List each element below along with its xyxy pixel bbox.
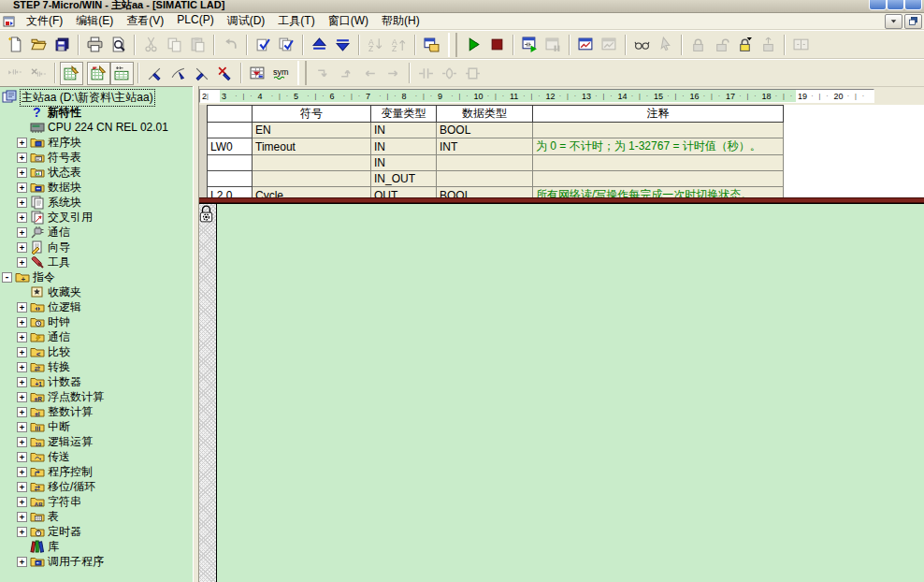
- address-table-button[interactable]: [246, 62, 269, 85]
- symbol-cell[interactable]: EN: [253, 123, 371, 138]
- vtype-cell[interactable]: IN: [371, 123, 437, 138]
- expand-plus-box[interactable]: +: [17, 482, 27, 492]
- expand-plus-box[interactable]: +: [17, 407, 27, 417]
- toggle-symbol-addressing-button[interactable]: [110, 62, 134, 85]
- tree-item-label[interactable]: 中断: [48, 419, 70, 435]
- symbol-cell[interactable]: [253, 155, 371, 171]
- symbol-cell[interactable]: [253, 171, 371, 187]
- tree-item-label[interactable]: 新特性: [48, 105, 81, 121]
- chart-status-button[interactable]: [574, 33, 598, 56]
- expand-plus-box[interactable]: +: [17, 153, 27, 163]
- menu-item-4[interactable]: 调试(D): [221, 12, 272, 30]
- expand-plus-box[interactable]: +: [17, 437, 27, 447]
- expand-plus-box[interactable]: +: [17, 138, 27, 148]
- tree-item[interactable]: +工具: [0, 255, 193, 269]
- comment-cell[interactable]: 为 0 = 不计时；为 1-32767 = 计时值（秒）。: [533, 138, 784, 155]
- tree-item-label[interactable]: 状态表: [48, 165, 81, 181]
- tree-item-label[interactable]: 向导: [48, 240, 70, 255]
- tree-item[interactable]: +交叉引用: [0, 210, 193, 225]
- tree-item-label[interactable]: 交叉引用: [48, 210, 93, 226]
- tree-item[interactable]: +数据块: [0, 180, 193, 195]
- comment-cell[interactable]: 所有网络读/写操作每完成一次时切换状态。: [533, 187, 784, 198]
- expand-plus-box[interactable]: +: [17, 512, 27, 522]
- tree-item[interactable]: +向导: [0, 240, 193, 255]
- tree-item[interactable]: ++1计数器: [0, 374, 193, 389]
- tree-item[interactable]: +中断: [0, 419, 193, 434]
- expand-plus-box[interactable]: +: [17, 527, 27, 537]
- expand-plus-box[interactable]: +: [17, 242, 27, 253]
- tree-item-label[interactable]: 通信: [48, 225, 70, 240]
- dtype-cell[interactable]: [437, 171, 533, 187]
- tree-item-label[interactable]: 时钟: [48, 314, 70, 330]
- tree-item[interactable]: +通信: [0, 225, 193, 240]
- dtype-cell[interactable]: INT: [437, 138, 533, 155]
- tree-item-label[interactable]: 指令: [33, 269, 55, 285]
- menu-item-0[interactable]: 文件(F): [20, 12, 69, 30]
- tree-item-label[interactable]: 数据块: [48, 180, 81, 196]
- tree-item-label[interactable]: CPU 224 CN REL 02.01: [48, 121, 168, 134]
- expand-plus-box[interactable]: +: [17, 362, 27, 372]
- tree-item[interactable]: +10逻辑运算: [0, 434, 193, 449]
- delete-horizontal-line-button[interactable]: [213, 62, 237, 85]
- tree-item-label[interactable]: 计数器: [48, 374, 81, 390]
- tree-item[interactable]: +定时器: [0, 524, 193, 539]
- tree-item[interactable]: +位逻辑: [0, 299, 193, 314]
- tree-item[interactable]: +调用子程序: [0, 554, 193, 569]
- print-button[interactable]: [83, 33, 107, 56]
- vtype-cell[interactable]: IN: [371, 155, 437, 171]
- expand-plus-box[interactable]: +: [17, 317, 27, 327]
- upload-button[interactable]: [308, 33, 331, 56]
- vtype-cell[interactable]: IN_OUT: [371, 171, 437, 187]
- expand-plus-box[interactable]: +: [17, 197, 27, 208]
- tree-item-label[interactable]: 程序控制: [48, 464, 93, 480]
- addr-cell[interactable]: [208, 171, 253, 187]
- instruction-browser-button[interactable]: [420, 33, 443, 56]
- expand-plus-box[interactable]: +: [17, 182, 27, 193]
- tree-item[interactable]: +转换: [0, 359, 193, 374]
- menu-item-3[interactable]: PLC(P): [170, 12, 220, 30]
- tree-item-label[interactable]: 整数计算: [48, 404, 93, 420]
- tree-item-label[interactable]: 移位/循环: [48, 479, 95, 495]
- tree-item-label[interactable]: 位逻辑: [48, 299, 81, 315]
- expand-plus-box[interactable]: +: [17, 227, 27, 238]
- menu-item-1[interactable]: 编辑(E): [69, 12, 120, 30]
- tree-item[interactable]: -+指令: [0, 269, 193, 284]
- symbol-cell[interactable]: Timeout: [253, 138, 371, 155]
- pane-splitter[interactable]: [193, 86, 199, 582]
- program-status-button[interactable]: [518, 33, 541, 56]
- tree-item-label[interactable]: 定时器: [48, 524, 81, 540]
- comment-cell[interactable]: [533, 123, 784, 138]
- tree-item-label[interactable]: 调用子程序: [48, 554, 104, 570]
- expand-plus-box[interactable]: +: [17, 557, 27, 567]
- tree-item[interactable]: 库: [0, 539, 193, 554]
- tree-item[interactable]: +程序控制: [0, 464, 193, 479]
- tree-item[interactable]: +时钟: [0, 314, 193, 329]
- tree-item[interactable]: +程序块: [0, 135, 193, 150]
- expand-plus-box[interactable]: +: [17, 347, 27, 357]
- tree-item-label[interactable]: 系统块: [48, 195, 81, 211]
- vtype-cell[interactable]: OUT: [371, 187, 437, 198]
- collapse-minus-box[interactable]: -: [2, 272, 12, 283]
- mdi-restore-button[interactable]: [904, 14, 922, 29]
- addr-cell[interactable]: [208, 155, 253, 171]
- expand-plus-box[interactable]: +: [17, 212, 27, 223]
- tree-item[interactable]: +系统块: [0, 195, 193, 210]
- dtype-cell[interactable]: [437, 155, 533, 171]
- expand-plus-box[interactable]: +: [17, 167, 27, 178]
- tree-item-label[interactable]: 收藏夹: [48, 284, 81, 300]
- maximize-button[interactable]: [887, 0, 904, 10]
- expand-plus-box[interactable]: +: [17, 377, 27, 387]
- insert-vertical-line-button[interactable]: [143, 62, 166, 85]
- compile-all-button[interactable]: [275, 33, 298, 56]
- tree-item-label[interactable]: 传送: [48, 449, 70, 465]
- symbol-cell[interactable]: Cycle: [253, 187, 371, 198]
- save-all-button[interactable]: [51, 33, 74, 56]
- expand-plus-box[interactable]: +: [17, 497, 27, 507]
- dtype-cell[interactable]: BOOL: [437, 123, 533, 138]
- tree-item-label[interactable]: 浮点数计算: [48, 389, 104, 405]
- open-file-button[interactable]: [27, 33, 51, 56]
- comment-cell[interactable]: [533, 155, 784, 171]
- tree-item-label[interactable]: 转换: [48, 359, 70, 375]
- tree-item-label[interactable]: 通信: [48, 329, 70, 345]
- menu-item-6[interactable]: 窗口(W): [322, 12, 375, 30]
